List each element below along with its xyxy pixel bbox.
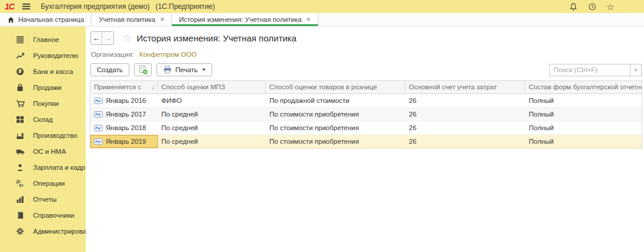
record-icon [94, 98, 103, 104]
close-icon[interactable]: × [306, 15, 310, 24]
search-input[interactable] [549, 64, 630, 76]
cell-text: Январь 2016 [106, 94, 146, 107]
sidebar-item-catalogs[interactable]: Справочники [0, 207, 86, 223]
sidebar-item-sales[interactable]: Продажи [0, 79, 86, 95]
cell-report-forms[interactable]: Полный [525, 108, 642, 121]
table-header-row: Применяется с ↓ Способ оценки МПЗ Способ… [90, 81, 642, 94]
sidebar-item-administration[interactable]: Администрирование [0, 223, 86, 239]
record-icon [94, 125, 103, 131]
person-icon [15, 163, 25, 172]
cell-inventory-method[interactable]: По средней [158, 108, 266, 121]
sidebar-item-warehouse[interactable]: Склад [0, 111, 86, 127]
cell-report-forms[interactable]: Полный [525, 121, 642, 134]
table-row[interactable]: Январь 2017 По средней По стоимости прио… [90, 108, 642, 121]
cell-cost-account[interactable]: 26 [405, 94, 525, 107]
sidebar-item-bank-cash[interactable]: ₽ Банк и касса [0, 63, 86, 79]
menu-icon [15, 35, 25, 44]
cell-report-forms[interactable]: Полный [525, 135, 642, 148]
main-menu-icon[interactable] [21, 2, 31, 11]
sidebar-item-operations[interactable]: ДтКт Операции [0, 175, 86, 191]
organization-label: Организация: [91, 51, 134, 58]
truck-icon [15, 147, 25, 156]
create-by-copy-button[interactable] [134, 63, 152, 76]
sidebar-item-label: Банк и касса [33, 68, 73, 75]
cell-cost-account[interactable]: 26 [405, 135, 525, 148]
column-header-report-forms[interactable]: Состав форм бухгалтерской отчетности [525, 81, 642, 94]
sidebar-item-label: Операции [33, 180, 65, 187]
favorites-star-icon[interactable]: ☆ [607, 2, 614, 11]
back-button[interactable]: ← [91, 32, 102, 44]
table-row[interactable]: Январь 2016 ФИФО По продажной стоимости … [90, 94, 642, 108]
column-header-cost-account[interactable]: Основной счет учета затрат [405, 81, 525, 94]
cell-inventory-method[interactable]: По средней [158, 135, 266, 148]
sidebar-item-purchases[interactable]: Покупки [0, 95, 86, 111]
sidebar-item-payroll-hr[interactable]: Зарплата и кадры [0, 159, 86, 175]
close-icon[interactable]: × [160, 15, 164, 24]
history-clock-icon[interactable] [588, 2, 597, 11]
main-content: ← → ☆ История изменения: Учетная политик… [86, 27, 644, 252]
cell-period[interactable]: Январь 2016 [90, 94, 158, 107]
cell-text: Январь 2019 [106, 135, 146, 148]
home-icon [7, 16, 15, 24]
cell-retail-method[interactable]: По стоимости приобретения [266, 121, 405, 134]
warehouse-icon [15, 115, 25, 124]
bag-icon [15, 83, 25, 92]
cell-inventory-method[interactable]: По средней [158, 121, 266, 134]
tab-bar: Начальная страница Учетная политика × Ис… [0, 13, 644, 27]
cart-icon [15, 99, 25, 108]
sidebar-item-fixed-assets[interactable]: ОС и НМА [0, 143, 86, 159]
cell-retail-method[interactable]: По продажной стоимости [266, 94, 405, 107]
cell-text: Январь 2017 [106, 108, 146, 121]
print-button[interactable]: Печать [157, 63, 213, 76]
create-button[interactable]: Создать [90, 63, 129, 76]
cell-text: Январь 2018 [106, 121, 146, 134]
cell-retail-method[interactable]: По стоимости приобретения [266, 135, 405, 148]
sidebar-item-label: Отчеты [33, 196, 57, 203]
column-header-inventory-method[interactable]: Способ оценки МПЗ [158, 81, 266, 94]
page-title: История изменения: Учетная политика [136, 33, 297, 43]
cell-period-active[interactable]: Январь 2019 [90, 135, 158, 148]
tab-home[interactable]: Начальная страница [0, 13, 92, 26]
navigation-row: ← → ☆ История изменения: Учетная политик… [90, 31, 644, 45]
sidebar-item-label: Покупки [33, 100, 58, 107]
cell-report-forms[interactable]: Полный [525, 94, 642, 107]
app-title: Бухгалтерия предприятия (демо) (1С:Предп… [41, 2, 215, 11]
column-header-label: Применяется с [94, 81, 141, 93]
list-toolbar: Создать Печать × [90, 63, 642, 76]
cell-cost-account[interactable]: 26 [405, 108, 525, 121]
forward-button[interactable]: → [102, 32, 113, 44]
table-row-selected[interactable]: Январь 2019 По средней По стоимости прио… [90, 135, 642, 148]
column-header-applies-from[interactable]: Применяется с ↓ [90, 81, 158, 94]
record-icon [94, 138, 103, 145]
book-icon [15, 211, 25, 220]
cell-period[interactable]: Январь 2017 [90, 108, 158, 121]
sidebar-item-label: Справочники [33, 212, 74, 219]
sidebar-item-reports[interactable]: Отчеты [0, 191, 86, 207]
print-label: Печать [175, 66, 198, 73]
sidebar-item-main[interactable]: Главное [0, 31, 86, 47]
report-icon [15, 195, 25, 204]
clear-search-button[interactable]: × [630, 64, 642, 76]
cell-retail-method[interactable]: По стоимости приобретения [266, 108, 405, 121]
organization-link[interactable]: Конфетпром ООО [139, 51, 197, 58]
1c-logo: 1С [5, 1, 14, 12]
printer-icon [163, 66, 172, 74]
tab-accounting-policy[interactable]: Учетная политика × [92, 13, 172, 26]
sidebar-item-label: Главное [33, 36, 59, 43]
search-group: × [549, 64, 642, 76]
sort-desc-icon: ↓ [152, 81, 155, 93]
column-header-retail-method[interactable]: Способ оценки товаров в рознице [266, 81, 405, 94]
cell-cost-account[interactable]: 26 [405, 121, 525, 134]
cell-period[interactable]: Январь 2018 [90, 121, 158, 134]
sidebar-item-manager[interactable]: Руководителю [0, 47, 86, 63]
add-favorite-star-icon[interactable]: ☆ [122, 33, 132, 43]
cell-inventory-method[interactable]: ФИФО [158, 94, 266, 107]
sidebar-item-label: Производство [33, 132, 77, 139]
sidebar-item-label: Руководителю [33, 52, 79, 59]
sidebar-item-production[interactable]: Производство [0, 127, 86, 143]
notifications-bell-icon[interactable] [569, 2, 578, 11]
sidebar-item-label: Склад [33, 116, 53, 123]
svg-text:Кт: Кт [19, 183, 23, 188]
tab-change-history[interactable]: История изменения: Учетная политика × [172, 13, 318, 26]
table-row[interactable]: Январь 2018 По средней По стоимости прио… [90, 121, 642, 135]
